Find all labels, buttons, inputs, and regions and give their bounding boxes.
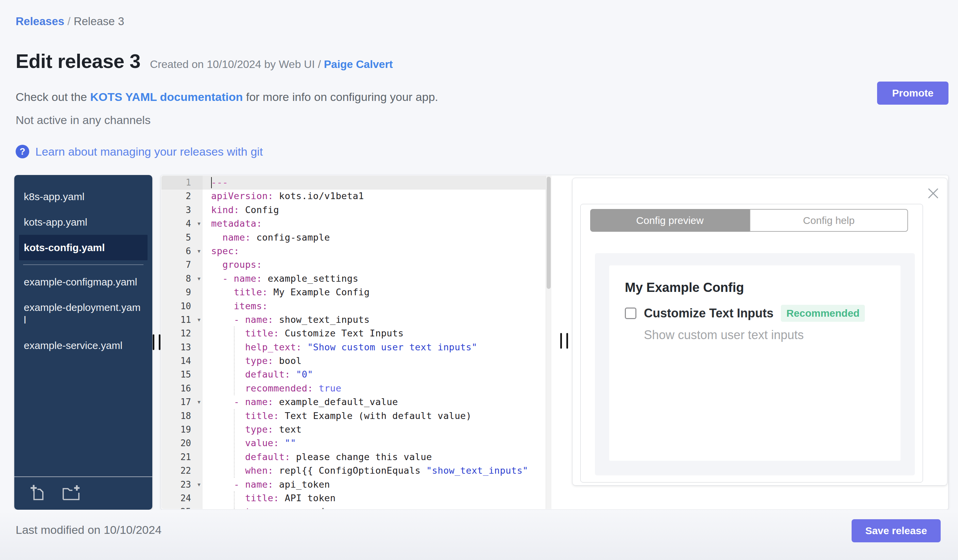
gutter-line-number[interactable]: 6▾ [162, 244, 203, 258]
file-list-bottom: example-configmap.yamlexample-deployment… [14, 269, 152, 358]
code-line[interactable]: title: API token [203, 491, 551, 505]
gutter-line-number[interactable]: 21 [162, 450, 203, 464]
code-line[interactable]: value: "" [203, 436, 551, 450]
git-help-row: ? Learn about managing your releases wit… [16, 145, 263, 158]
code-line[interactable]: - name: show_text_inputs [203, 313, 551, 327]
fold-arrow-icon[interactable]: ▾ [197, 217, 201, 230]
code-line[interactable]: help_text: "Show custom user text inputs… [203, 340, 551, 354]
fold-arrow-icon[interactable]: ▾ [197, 244, 201, 258]
gutter-line-number[interactable]: 10 [162, 299, 203, 313]
code-line[interactable]: type: bool [203, 354, 551, 368]
gutter-line-number[interactable]: 18 [162, 409, 203, 423]
config-item-help: Show custom user text inputs [644, 328, 804, 342]
code-line[interactable]: type: password [203, 505, 551, 509]
code-line[interactable]: when: repl{{ ConfigOptionEquals "show_te… [203, 464, 551, 478]
file-item[interactable]: kots-config.yaml [19, 235, 148, 260]
tab-config-help[interactable]: Config help [750, 209, 908, 232]
gutter-line-number[interactable]: 2 [162, 189, 203, 203]
gutter-line-number[interactable]: 4▾ [162, 217, 203, 230]
gutter-line-number[interactable]: 9 [162, 285, 203, 299]
created-text: Created on 10/10/2024 by Web UI / [150, 58, 324, 70]
config-panel: Config previewConfig help My Example Con… [572, 178, 947, 486]
new-file-icon[interactable] [29, 484, 47, 501]
title-row: Edit release 3 Created on 10/10/2024 by … [16, 50, 393, 73]
code-line[interactable]: - name: example_settings [203, 272, 551, 285]
code-line[interactable]: title: Text Example (with default value) [203, 409, 551, 423]
panel-resize-handle[interactable] [560, 333, 568, 349]
fold-arrow-icon[interactable]: ▾ [197, 313, 201, 327]
fold-arrow-icon[interactable]: ▾ [197, 478, 201, 491]
gutter-line-number[interactable]: 13 [162, 340, 203, 354]
sidebar-footer-divider [14, 476, 152, 477]
page-title: Edit release 3 [16, 50, 140, 73]
doc-line-suffix: for more info on configuring your app. [243, 90, 438, 103]
config-item-row: Customize Text Inputs Recommended [625, 305, 865, 322]
code-line[interactable]: default: please change this value [203, 450, 551, 464]
gutter-line-number[interactable]: 19 [162, 423, 203, 436]
gutter-line-number[interactable]: 7 [162, 258, 203, 272]
code-line[interactable]: - name: api_token [203, 478, 551, 491]
gutter-line-number[interactable]: 22 [162, 464, 203, 478]
code-line[interactable]: kind: Config [203, 203, 551, 217]
config-item-label: Customize Text Inputs [644, 306, 773, 320]
code-line[interactable]: --- [203, 176, 551, 189]
footer-bar: Last modified on 10/10/2024 Save release [0, 510, 958, 560]
file-sidebar: k8s-app.yamlkots-app.yamlkots-config.yam… [14, 175, 152, 510]
code-line[interactable]: groups: [203, 258, 551, 272]
file-item[interactable]: k8s-app.yaml [19, 184, 148, 209]
active-gutter-cell [162, 176, 203, 190]
gutter-line-number[interactable]: 8▾ [162, 272, 203, 285]
tab-config-preview[interactable]: Config preview [590, 209, 750, 232]
code-line[interactable]: metadata: [203, 217, 551, 230]
code-lines[interactable]: ---apiVersion: kots.io/v1beta1kind: Conf… [203, 176, 551, 509]
close-icon[interactable] [927, 187, 940, 200]
gutter-line-number[interactable]: 5 [162, 231, 203, 244]
breadcrumb: Releases / Release 3 [16, 15, 124, 28]
code-line[interactable]: apiVersion: kots.io/v1beta1 [203, 189, 551, 203]
code-line[interactable]: title: Customize Text Inputs [203, 327, 551, 340]
editor-scrollbar[interactable] [546, 176, 551, 509]
editor-scrollbar-thumb[interactable] [547, 177, 551, 289]
config-checkbox[interactable] [625, 307, 636, 319]
file-item[interactable]: example-configmap.yaml [19, 269, 148, 294]
file-item[interactable]: kots-app.yaml [19, 209, 148, 235]
gutter-line-number[interactable]: 24 [162, 491, 203, 505]
sidebar-divider [23, 264, 143, 265]
config-tab-group: Config previewConfig help [590, 209, 908, 232]
indent-guide [234, 327, 235, 395]
config-preview-area: My Example Config Customize Text Inputs … [595, 253, 915, 475]
code-line[interactable]: spec: [203, 244, 551, 258]
gutter-line-number[interactable]: 23▾ [162, 478, 203, 491]
fold-arrow-icon[interactable]: ▾ [197, 395, 201, 409]
author-link[interactable]: Paige Calvert [324, 58, 393, 70]
gutter-line-number[interactable]: 20 [162, 436, 203, 450]
code-line[interactable]: title: My Example Config [203, 285, 551, 299]
gutter-line-number[interactable]: 16 [162, 381, 203, 395]
promote-button[interactable]: Promote [877, 82, 948, 104]
breadcrumb-releases-link[interactable]: Releases [16, 15, 64, 27]
gutter-line-number[interactable]: 15 [162, 368, 203, 381]
sidebar-resize-handle[interactable] [153, 334, 160, 350]
gutter-line-number[interactable]: 25 [162, 505, 203, 509]
gutter-line-number[interactable]: 11▾ [162, 313, 203, 327]
gutter-line-number[interactable]: 14 [162, 354, 203, 368]
fold-arrow-icon[interactable]: ▾ [197, 272, 201, 285]
file-item[interactable]: example-deployment.yaml [19, 294, 148, 333]
new-folder-icon[interactable] [61, 484, 80, 501]
git-help-link[interactable]: Learn about managing your releases with … [35, 145, 263, 158]
code-line[interactable]: type: text [203, 423, 551, 436]
gutter-line-number[interactable]: 3 [162, 203, 203, 217]
help-question-icon[interactable]: ? [16, 145, 29, 158]
gutter-line-number[interactable]: 12 [162, 327, 203, 340]
code-line[interactable]: - name: example_default_value [203, 395, 551, 409]
save-release-button[interactable]: Save release [852, 519, 941, 542]
channel-status: Not active in any channels [16, 114, 151, 127]
code-line[interactable]: recommended: true [203, 381, 551, 395]
code-line[interactable]: items: [203, 299, 551, 313]
code-line[interactable]: name: config-sample [203, 231, 551, 244]
code-line[interactable]: default: "0" [203, 368, 551, 381]
yaml-editor[interactable]: 1234▾56▾78▾91011▾121314151617▾1819202122… [162, 176, 551, 509]
kots-yaml-doc-link[interactable]: KOTS YAML documentation [90, 90, 243, 103]
gutter-line-number[interactable]: 17▾ [162, 395, 203, 409]
file-item[interactable]: example-service.yaml [19, 333, 148, 358]
